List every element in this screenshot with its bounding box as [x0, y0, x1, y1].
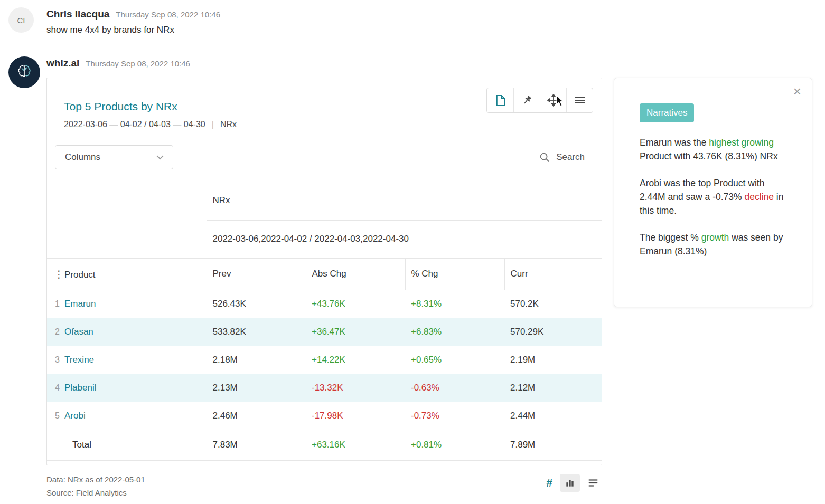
user-message-timestamp: Thursday Sep 08, 2022 10:46	[116, 10, 220, 19]
row-rank: 5	[47, 411, 64, 421]
total-abs-chg: +63.16K	[306, 430, 405, 460]
curr-cell: 2.12M	[504, 374, 602, 402]
pct-chg-cell: +8.31%	[405, 290, 504, 318]
source-label: Source: Field Analytics	[46, 486, 145, 499]
search-icon	[539, 151, 550, 163]
table-row: 1Emarun 526.43K +43.76K +8.31% 570.2K	[47, 290, 602, 318]
pin-icon	[521, 94, 533, 106]
abs-chg-cell: +14.22K	[306, 346, 405, 374]
result-card: Top 5 Products by NRx 2022-03-06 — 04-02…	[46, 78, 602, 465]
column-header-prev[interactable]: Prev	[207, 258, 306, 290]
text-view-button[interactable]	[587, 477, 599, 489]
search-label: Search	[556, 152, 585, 163]
table-row: 2Ofasan 533.82K +36.47K +6.83% 570.29K	[47, 318, 602, 346]
user-avatar: CI	[8, 7, 34, 33]
brain-icon	[14, 62, 34, 82]
numeric-view-button[interactable]: #	[546, 477, 552, 489]
bot-name: whiz.ai	[46, 58, 79, 69]
total-curr: 7.89M	[504, 430, 602, 460]
narratives-panel: × Narratives Emarun was the highest grow…	[614, 78, 812, 307]
bot-chat-message: whiz.ai Thursday Sep 08, 2022 10:46 Top …	[0, 56, 825, 499]
metric-group-header: NRx	[207, 181, 602, 220]
abs-chg-cell: +43.76K	[306, 290, 405, 318]
prev-cell: 526.43K	[207, 290, 306, 318]
product-link[interactable]: Emarun	[64, 299, 96, 309]
pct-chg-cell: +6.83%	[405, 318, 504, 346]
row-rank: 1	[47, 299, 64, 309]
card-toolbar	[486, 88, 593, 113]
column-header-pct-chg[interactable]: % Chg	[405, 258, 504, 290]
columns-dropdown[interactable]: Columns	[55, 145, 173, 169]
product-link[interactable]: Plabenil	[64, 383, 97, 393]
chevron-down-icon	[156, 155, 164, 160]
prev-cell: 533.82K	[207, 318, 306, 346]
move-button[interactable]	[540, 88, 566, 112]
abs-chg-cell: -13.32K	[306, 374, 405, 402]
period-header: 2022-03-06,2022-04-02 / 2022-04-03,2022-…	[207, 220, 602, 258]
prev-cell: 2.18M	[207, 346, 306, 374]
total-label: Total	[47, 430, 207, 460]
row-rank: 3	[47, 355, 64, 365]
card-metric: NRx	[220, 120, 237, 129]
close-icon[interactable]: ×	[793, 84, 801, 98]
curr-cell: 2.19M	[504, 346, 602, 374]
hamburger-icon	[574, 94, 586, 107]
card-menu-button[interactable]	[566, 88, 593, 112]
product-link[interactable]: Trexine	[64, 355, 94, 365]
narrative-paragraph: Emarun was the highest growing Product w…	[640, 136, 791, 163]
whiz-logo	[8, 56, 40, 88]
narrative-paragraph: Arobi was the top Product with 2.44M and…	[640, 176, 791, 217]
bot-message-timestamp: Thursday Sep 08, 2022 10:46	[86, 59, 190, 68]
table-corner-cell	[47, 181, 207, 258]
abs-chg-cell: -17.98K	[306, 402, 405, 430]
product-link[interactable]: Arobi	[64, 411, 86, 421]
user-message-text: show me 4x4 by brands for NRx	[46, 25, 220, 35]
narrative-paragraph: The biggest % growth was seen by Emarun …	[640, 231, 791, 258]
bar-chart-icon	[565, 478, 575, 488]
curr-cell: 570.29K	[504, 318, 602, 346]
narratives-badge: Narratives	[640, 103, 694, 122]
column-header-abs-chg[interactable]: Abs Chg	[306, 258, 405, 290]
product-link[interactable]: Ofasan	[64, 327, 93, 337]
prev-cell: 2.13M	[207, 374, 306, 402]
pct-chg-cell: -0.73%	[405, 402, 504, 430]
pct-chg-cell: -0.63%	[405, 374, 504, 402]
subtitle-separator: |	[212, 120, 214, 129]
text-lines-icon	[587, 477, 599, 489]
table-row: 5Arobi 2.46M -17.98K -0.73% 2.44M	[47, 402, 602, 430]
total-pct-chg: +0.81%	[405, 430, 504, 460]
row-rank: 4	[47, 383, 64, 393]
total-row: Total 7.83M +63.16K +0.81% 7.89M	[47, 430, 602, 460]
data-as-of-label: Data: NRx as of 2022-05-01	[46, 473, 145, 486]
results-table: NRx 2022-03-06,2022-04-02 / 2022-04-03,2…	[47, 181, 602, 461]
export-document-button[interactable]	[487, 88, 513, 112]
chart-view-button[interactable]	[560, 474, 580, 492]
curr-cell: 2.44M	[504, 402, 602, 430]
table-row: 4Plabenil 2.13M -13.32K -0.63% 2.12M	[47, 374, 602, 402]
prev-cell: 2.46M	[207, 402, 306, 430]
document-icon	[495, 94, 506, 107]
curr-cell: 570.2K	[504, 290, 602, 318]
user-chat-message: CI Chris Ilacqua Thursday Sep 08, 2022 1…	[0, 0, 825, 35]
abs-chg-cell: +36.47K	[306, 318, 405, 346]
pin-button[interactable]	[513, 88, 540, 112]
columns-dropdown-label: Columns	[65, 152, 100, 163]
user-name: Chris Ilacqua	[46, 8, 109, 20]
card-date-range: 2022-03-06 — 04-02 / 04-03 — 04-30	[64, 120, 205, 129]
column-header-curr[interactable]: Curr	[504, 258, 602, 290]
total-prev: 7.83M	[207, 430, 306, 460]
move-icon	[547, 94, 560, 107]
search-button[interactable]: Search	[539, 151, 585, 163]
pct-chg-cell: +0.65%	[405, 346, 504, 374]
row-rank: 2	[47, 327, 64, 337]
kebab-menu-icon[interactable]: ⋮	[47, 268, 64, 280]
table-row: 3Trexine 2.18M +14.22K +0.65% 2.19M	[47, 346, 602, 374]
column-header-product[interactable]: ⋮Product	[47, 258, 207, 290]
